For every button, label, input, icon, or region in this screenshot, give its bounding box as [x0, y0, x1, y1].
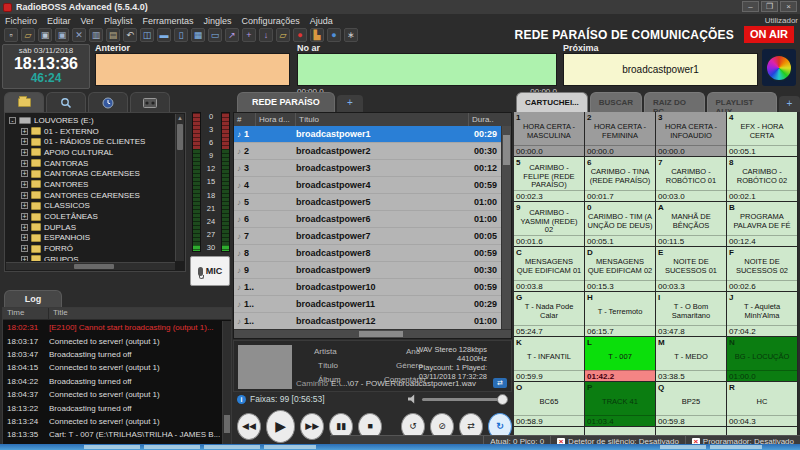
log-row[interactable]: 18:04:37Connected to server! (output 1) — [3, 388, 222, 401]
cut-icon[interactable]: ✕ — [72, 28, 86, 42]
cart-cell[interactable]: 1HORA CERTA - MASCULINA00:00.0 — [514, 112, 585, 157]
expand-icon[interactable]: + — [21, 224, 28, 231]
menu-ficheiro[interactable]: Ficheiro — [5, 16, 37, 26]
playlist-row[interactable]: ♪5broadcastpower501:00 — [234, 194, 501, 211]
expand-icon[interactable]: + — [21, 202, 28, 209]
network-icon[interactable]: ● — [327, 28, 341, 42]
copy-icon[interactable]: ▥ — [89, 28, 103, 42]
cart-cell[interactable]: DMENSAGENS QUE EDIFICAM 0200:15.3 — [585, 247, 656, 292]
new-icon[interactable]: ▫ — [4, 28, 18, 42]
log-scrollbar[interactable] — [222, 321, 231, 445]
menu-ver[interactable]: Ver — [81, 16, 95, 26]
cart-cell[interactable]: RHC00:04.3 — [727, 382, 798, 427]
cart-cell[interactable]: ENOITE DE SUCESSOS 0100:03.3 — [656, 247, 727, 292]
cart-cell[interactable]: 5CARIMBO - FELIPE (REDE PARAÍSO)00:02.3 — [514, 157, 585, 202]
cart-cell[interactable]: 6CARIMBO - TINA (REDE PARAÍSO)00:01.7 — [585, 157, 656, 202]
menu-ferramentas[interactable]: Ferramentas — [143, 16, 194, 26]
cart-cell[interactable]: CMENSAGENS QUE EDIFICAM 0100:03.8 — [514, 247, 585, 292]
view-titlebar-icon[interactable]: ▬ — [157, 28, 171, 42]
tree-vertical-scrollbar[interactable]: ▲ — [175, 114, 184, 261]
tab-recorder[interactable] — [130, 92, 170, 112]
cart-cell[interactable]: HT - Terremoto06:15.7 — [585, 292, 656, 337]
record-icon[interactable]: ● — [293, 28, 307, 42]
menu-playlist[interactable]: Playlist — [104, 16, 133, 26]
minimize-button[interactable]: – — [742, 1, 759, 12]
cart-cell[interactable]: 4EFX - HORA CERTA00:05.1 — [727, 112, 798, 157]
playlist-row[interactable]: ♪4broadcastpower400:59 — [234, 177, 501, 194]
skip-back-button[interactable]: ◀◀ — [237, 413, 261, 440]
cart-cell[interactable]: 2HORA CERTA - FEMININA00:00.0 — [585, 112, 656, 157]
tree-item[interactable]: +COLETÂNEAS — [7, 211, 175, 222]
cart-cell[interactable]: PTRACK 4101:03.4 — [585, 382, 656, 427]
view-split-icon[interactable]: ▯ — [174, 28, 188, 42]
view-playlist-icon[interactable]: ◫ — [140, 28, 154, 42]
cart-cell[interactable]: 3HORA CERTA - INFOAUDIO00:00.0 — [656, 112, 727, 157]
previous-track-box[interactable] — [95, 53, 290, 86]
cart-cell[interactable]: KT - INFANTIL00:59.9 — [514, 337, 585, 382]
log-row[interactable]: 18:02:31[E2100] Cannot start broadcastin… — [3, 321, 222, 334]
tree-item[interactable]: +01 - RÁDIOS DE CLIENTES — [7, 136, 175, 147]
expand-icon[interactable]: + — [21, 256, 28, 261]
settings-icon[interactable]: ∗ — [344, 28, 358, 42]
playlist-row[interactable]: ♪2broadcastpower200:30 — [234, 143, 501, 160]
cart-cell[interactable]: 9CARIMBO - YASMIM (REDE) 0200:01.6 — [514, 202, 585, 247]
tree-item[interactable]: +01 - EXTERNO — [7, 126, 175, 137]
cart-cell[interactable]: 7CARIMBO - ROBÓTICO 0100:03.0 — [656, 157, 727, 202]
tab-playlist-aux[interactable]: PLAYLIST AUX — [707, 92, 777, 112]
paste-icon[interactable]: ▤ — [106, 28, 120, 42]
restore-button[interactable]: ❐ — [761, 1, 778, 12]
cart-cell[interactable]: 0CARIMBO - TIM (A UNÇÃO DE DEUS)00:05.1 — [585, 202, 656, 247]
log-row[interactable]: 18:04:15Connected to server! (output 1) — [3, 361, 222, 374]
col-duracao[interactable]: Dura.. — [469, 113, 511, 126]
menu-ajuda[interactable]: Ajuda — [310, 16, 333, 26]
menu-jingles[interactable]: Jingles — [204, 16, 232, 26]
mic-button[interactable]: MIC — [190, 256, 230, 286]
report-icon[interactable]: ▙ — [310, 28, 324, 42]
playlist-row[interactable]: ♪1..broadcastpower1000:59 — [234, 279, 501, 296]
col-hora[interactable]: Hora d... — [256, 113, 296, 126]
expand-icon[interactable]: + — [21, 245, 28, 252]
tree-item[interactable]: +GRUPOS — [7, 254, 175, 261]
expand-icon[interactable]: + — [21, 213, 28, 220]
next-track-box[interactable]: broadcastpower1 — [563, 53, 758, 86]
tag-editor-button[interactable]: ⇄ — [493, 378, 507, 388]
playlist-row[interactable]: ♪8broadcastpower800:59 — [234, 245, 501, 262]
log-row[interactable]: 18:13:24Connected to server! (output 1) — [3, 415, 222, 428]
log-row[interactable]: 18:13:35Cart: T - 007 (E:\TRILHAS\TRILHA… — [3, 428, 222, 441]
tree-item[interactable]: +FORRÓ — [7, 243, 175, 254]
cart-cell[interactable]: JT - Aquieta Minh'Alma07:04.2 — [727, 292, 798, 337]
expand-icon[interactable]: - — [9, 117, 16, 124]
cart-cell[interactable]: GT - Nada Pode Calar05:24.7 — [514, 292, 585, 337]
playlist-load-icon[interactable]: ↓ — [259, 28, 273, 42]
expand-icon[interactable]: + — [21, 138, 28, 145]
cart-cell[interactable]: FNOITE DE SUCESSOS 0200:02.6 — [727, 247, 798, 292]
expand-icon[interactable]: + — [21, 181, 28, 188]
expand-icon[interactable]: + — [21, 234, 28, 241]
playlist-row[interactable]: ♪7broadcastpower700:05 — [234, 228, 501, 245]
close-button[interactable]: × — [780, 1, 797, 12]
expand-icon[interactable]: + — [21, 192, 28, 199]
cart-cell[interactable]: QBP2500:59.8 — [656, 382, 727, 427]
playlist-vertical-scrollbar[interactable] — [501, 126, 511, 330]
tree-item[interactable]: +CANTORES — [7, 179, 175, 190]
tree-item[interactable]: +CANTORES CEARENSES — [7, 190, 175, 201]
tab-playlist-rede-paraiso[interactable]: REDE PARAÍSO — [237, 92, 335, 112]
tab-history[interactable] — [88, 92, 128, 112]
log-row[interactable]: 18:13:22Broadcasting turned off — [3, 401, 222, 414]
add-cartwall-tab[interactable]: + — [779, 96, 800, 112]
tab-log[interactable]: Log — [4, 290, 62, 307]
menu-editar[interactable]: Editar — [47, 16, 71, 26]
tab-search[interactable] — [46, 92, 86, 112]
expand-icon[interactable]: + — [21, 160, 28, 167]
playlist-row[interactable]: ♪1broadcastpower100:29 — [234, 126, 501, 143]
onair-track-box[interactable] — [297, 53, 557, 86]
playlist-horizontal-scrollbar[interactable] — [234, 329, 511, 338]
playlist-row[interactable]: ♪3broadcastpower300:12 — [234, 160, 501, 177]
save-as-icon[interactable]: ▣ — [55, 28, 69, 42]
playlist-row[interactable]: ♪1..broadcastpower1100:29 — [234, 296, 501, 313]
tree-item[interactable]: +DUPLAS — [7, 222, 175, 233]
cart-cell[interactable]: MT - MEDO03:38.5 — [656, 337, 727, 382]
skip-forward-button[interactable]: ▶▶ — [300, 413, 324, 440]
add-playlist-tab[interactable]: + — [337, 95, 363, 112]
play-button[interactable]: ▶ — [266, 410, 295, 443]
